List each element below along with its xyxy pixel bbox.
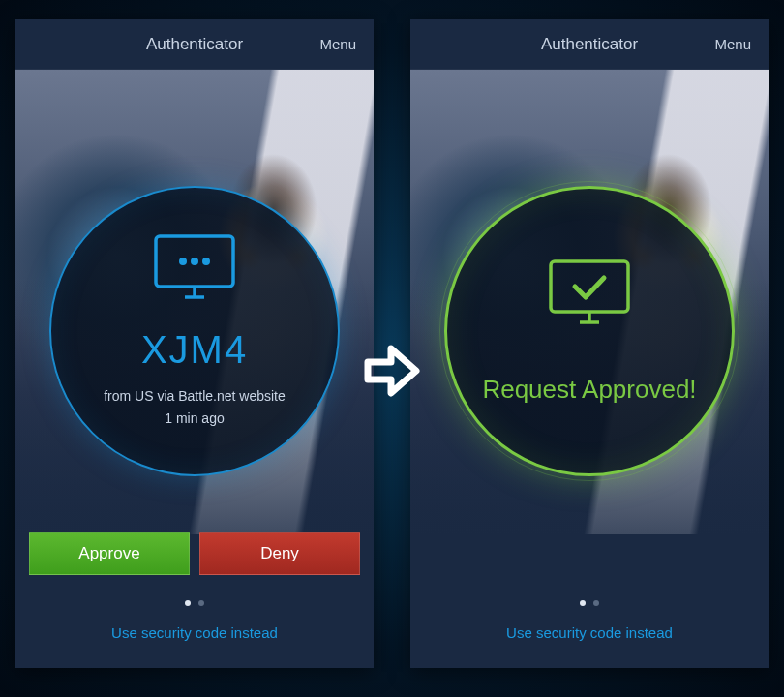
use-security-code-link[interactable]: Use security code instead [15,624,374,641]
svg-rect-6 [551,261,628,312]
monitor-approved-icon [548,258,631,336]
approved-message: Request Approved! [482,375,696,405]
svg-point-3 [179,258,187,265]
page-indicator [15,600,374,606]
header-title: Authenticator [541,35,638,54]
monitor-pending-icon [153,233,236,311]
transition-arrow-icon [360,339,424,407]
authenticator-request-screen: Authenticator Menu XJM4 [15,19,374,668]
approve-button[interactable]: Approve [29,532,190,575]
deny-button[interactable]: Deny [199,532,360,575]
page-dot[interactable] [198,600,204,606]
page-indicator [410,600,769,606]
approved-circle: Request Approved! [444,186,735,476]
authenticator-approved-screen: Authenticator Menu Request Approved! [410,19,769,668]
menu-button[interactable]: Menu [714,36,751,52]
page-dot[interactable] [593,600,599,606]
app-header: Authenticator Menu [410,19,769,70]
page-dot-active[interactable] [185,600,191,606]
request-circle: XJM4 from US via Battle.net website 1 mi… [49,186,340,476]
request-time: 1 min ago [104,408,286,429]
app-header: Authenticator Menu [15,19,374,70]
svg-point-4 [191,258,198,265]
menu-button[interactable]: Menu [319,36,356,52]
request-details: from US via Battle.net website 1 min ago [104,385,286,429]
header-title: Authenticator [146,35,243,54]
request-code: XJM4 [141,328,248,372]
request-source: from US via Battle.net website [104,385,286,407]
use-security-code-link[interactable]: Use security code instead [410,624,769,641]
page-dot-active[interactable] [580,600,586,606]
svg-point-5 [202,258,210,265]
